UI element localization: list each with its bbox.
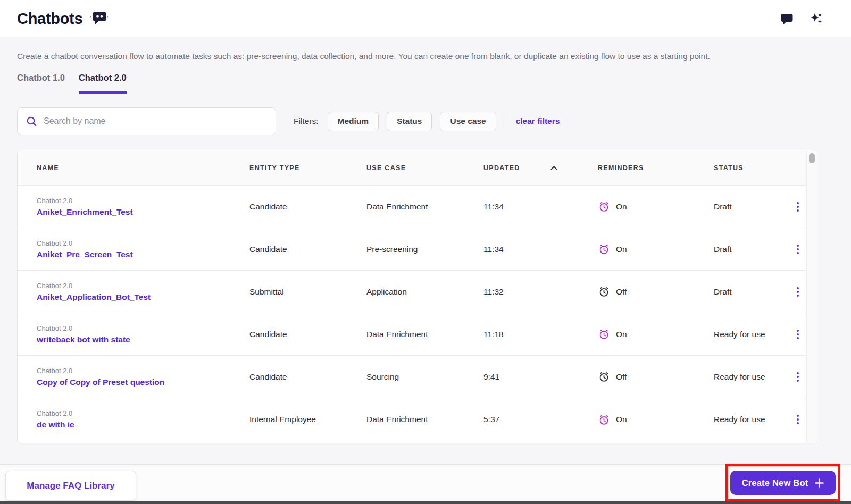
bot-name-link[interactable]: Copy of Copy of Preset question — [37, 377, 164, 387]
row-menu-button[interactable] — [788, 199, 807, 215]
top-bar: Chatbots — [0, 0, 851, 37]
row-menu-button[interactable] — [788, 326, 807, 342]
row-type-label: Chatbot 2.0 — [37, 197, 249, 205]
status-cell: Ready for use — [714, 372, 788, 382]
reminders-value: On — [616, 245, 627, 254]
status-cell: Draft — [714, 287, 788, 297]
chatbots-table: NAME ENTITY TYPE USE CASE UPDATED REMIND… — [17, 150, 817, 443]
use-case-cell: Data Enrichment — [366, 202, 483, 212]
updated-cell: 11:34 — [483, 202, 598, 212]
tab-bar: Chatbot 1.0 Chatbot 2.0 — [17, 73, 834, 94]
row-type-label: Chatbot 2.0 — [37, 239, 249, 247]
alarm-clock-icon — [598, 243, 610, 255]
sparkles-icon[interactable] — [810, 12, 823, 26]
reminders-cell: On — [598, 414, 714, 426]
page-title: Chatbots — [17, 10, 82, 28]
column-header-use-case: USE CASE — [366, 164, 483, 172]
bot-name-link[interactable]: Aniket_Enrichment_Test — [37, 207, 133, 216]
row-type-label: Chatbot 2.0 — [37, 367, 249, 375]
bot-name-link[interactable]: Aniket_Pre_Screen_Test — [37, 250, 133, 259]
column-header-status: STATUS — [714, 164, 788, 172]
feedback-chat-icon[interactable] — [780, 13, 794, 25]
alarm-clock-icon — [598, 285, 610, 298]
name-cell: Chatbot 2.0 Aniket_Enrichment_Test — [37, 197, 249, 217]
row-type-label: Chatbot 2.0 — [37, 324, 249, 332]
table-row: Chatbot 2.0 de with ie Internal Employee… — [18, 398, 817, 441]
chatbot-icon — [90, 10, 109, 27]
entity-type-cell: Candidate — [249, 330, 366, 339]
search-box[interactable] — [17, 107, 276, 135]
search-input[interactable] — [44, 116, 267, 126]
bot-name-link[interactable]: de with ie — [37, 420, 74, 429]
bot-name-link[interactable]: writeback bot with state — [37, 335, 130, 344]
create-new-bot-button[interactable]: Create New Bot — [730, 471, 836, 495]
tab-chatbot-1[interactable]: Chatbot 1.0 — [17, 73, 65, 94]
table-row: Chatbot 2.0 Copy of Copy of Preset quest… — [18, 356, 817, 398]
filter-use-case-button[interactable]: Use case — [440, 112, 496, 131]
row-menu-button[interactable] — [788, 241, 807, 257]
alarm-clock-icon — [598, 371, 610, 383]
screenshot-bottom-edge — [0, 501, 851, 504]
sort-asc-icon — [550, 165, 558, 171]
use-case-cell: Pre-screening — [366, 245, 483, 254]
table-scrollbar — [806, 150, 817, 443]
reminders-value: On — [616, 202, 627, 212]
reminders-value: Off — [616, 372, 627, 382]
alarm-clock-icon — [598, 200, 610, 213]
page-description: Create a chatbot conversation flow to au… — [17, 52, 834, 61]
filters-divider — [506, 114, 506, 128]
status-cell: Ready for use — [714, 415, 788, 424]
status-cell: Draft — [714, 202, 788, 212]
reminders-cell: On — [598, 200, 714, 213]
table-header-row: NAME ENTITY TYPE USE CASE UPDATED REMIND… — [18, 150, 817, 186]
name-cell: Chatbot 2.0 Aniket_Application_Bot_Test — [37, 282, 249, 302]
row-menu-button[interactable] — [788, 411, 807, 427]
footer-bar: Manage FAQ Library Create New Bot — [0, 464, 851, 504]
tab-chatbot-2[interactable]: Chatbot 2.0 — [79, 73, 127, 94]
name-cell: Chatbot 2.0 de with ie — [37, 409, 249, 430]
column-header-updated[interactable]: UPDATED — [483, 164, 598, 172]
main-content: Create a chatbot conversation flow to au… — [0, 37, 851, 464]
bot-name-link[interactable]: Aniket_Application_Bot_Test — [37, 292, 151, 301]
filter-medium-button[interactable]: Medium — [328, 112, 379, 131]
clear-filters-link[interactable]: clear filters — [516, 116, 560, 126]
table-body: Chatbot 2.0 Aniket_Enrichment_Test Candi… — [18, 186, 817, 441]
scrollbar-thumb[interactable] — [809, 153, 815, 163]
name-cell: Chatbot 2.0 Copy of Copy of Preset quest… — [37, 367, 249, 387]
annotation-highlight-box: Create New Bot — [725, 464, 840, 502]
status-cell: Ready for use — [714, 330, 788, 339]
entity-type-cell: Internal Employee — [249, 415, 366, 424]
reminders-cell: On — [598, 328, 714, 340]
reminders-value: On — [616, 415, 627, 424]
row-type-label: Chatbot 2.0 — [37, 282, 249, 290]
filters-group: Filters: Medium Status Use case clear fi… — [294, 112, 560, 131]
reminders-value: Off — [616, 287, 627, 297]
entity-type-cell: Candidate — [249, 202, 366, 212]
reminders-value: On — [616, 330, 627, 339]
updated-cell: 9:41 — [483, 372, 598, 382]
table-row: Chatbot 2.0 Aniket_Pre_Screen_Test Candi… — [18, 228, 817, 271]
updated-cell: 11:18 — [483, 330, 598, 339]
row-menu-button[interactable] — [788, 284, 807, 300]
column-header-name: NAME — [37, 164, 249, 172]
plus-icon — [815, 478, 824, 488]
manage-faq-library-button[interactable]: Manage FAQ Library — [5, 471, 136, 501]
entity-type-cell: Candidate — [249, 245, 366, 254]
table-row: Chatbot 2.0 Aniket_Application_Bot_Test … — [18, 271, 817, 313]
column-header-reminders: REMINDERS — [598, 164, 714, 172]
use-case-cell: Data Enrichment — [366, 415, 483, 424]
table-row: Chatbot 2.0 Aniket_Enrichment_Test Candi… — [18, 186, 817, 228]
row-menu-button[interactable] — [788, 369, 807, 385]
reminders-cell: Off — [598, 285, 714, 298]
use-case-cell: Data Enrichment — [366, 330, 483, 339]
column-header-entity-type: ENTITY TYPE — [249, 164, 366, 172]
status-cell: Draft — [714, 245, 788, 254]
filters-label: Filters: — [294, 116, 319, 126]
filter-status-button[interactable]: Status — [387, 112, 432, 131]
table-row: Chatbot 2.0 writeback bot with state Can… — [18, 313, 817, 356]
row-type-label: Chatbot 2.0 — [37, 409, 249, 417]
use-case-cell: Sourcing — [366, 372, 483, 382]
name-cell: Chatbot 2.0 writeback bot with state — [37, 324, 249, 345]
reminders-cell: On — [598, 243, 714, 255]
updated-cell: 11:34 — [483, 245, 598, 254]
